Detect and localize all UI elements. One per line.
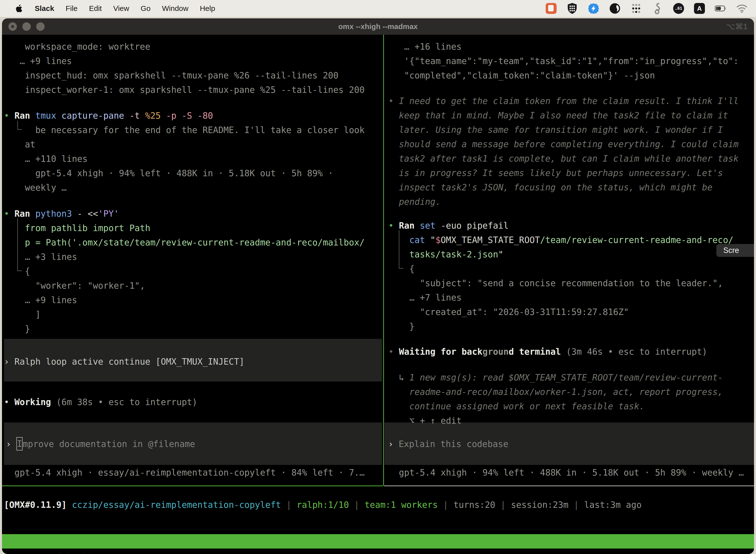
terminal-line: keep that in mind. Maybe I also need the… — [388, 108, 754, 123]
menu-window[interactable]: Window — [162, 4, 189, 13]
text-segment: Ran — [14, 111, 35, 121]
text-segment: at — [4, 140, 35, 150]
left-prompt-input[interactable]: › Improve documentation in @filename — [6, 437, 195, 451]
text-segment: "created_at": "2026-03-31T11:59:27.816Z" — [388, 307, 629, 317]
badge-61-icon[interactable]: ..61 — [673, 3, 684, 14]
text-segment: … +7 lines — [388, 293, 461, 302]
text-segment: • — [388, 96, 399, 106]
text-segment: | — [438, 500, 453, 510]
terminal-line: … +16 lines — [388, 40, 754, 54]
right-pane-bottom-border — [384, 486, 754, 486]
right-input-placeholder: Explain this codebase — [398, 439, 508, 449]
terminal-line: pending. — [388, 195, 754, 209]
terminal-line: tasks/task-2.json" — [388, 247, 754, 262]
terminal-line: • Working (6m 38s • esc to interrupt) — [4, 395, 383, 409]
terminal-line: inspect task2's JSON, focusing on the st… — [388, 180, 754, 195]
terminal-line: at — [4, 137, 383, 152]
text-segment: (3m 46s • esc to interrupt) — [566, 347, 707, 357]
menu-view[interactable]: View — [113, 4, 129, 13]
terminal-line: "worker": "worker-1", — [4, 278, 383, 293]
thinking-block: • I need to get the claim token from the… — [388, 94, 754, 209]
text-segment: • — [4, 209, 14, 219]
terminal-line: '{"team_name":"my-team","task_id":"1","f… — [388, 54, 754, 68]
text-segment: | — [495, 500, 511, 510]
terminal-line: … +9 lines — [4, 54, 383, 68]
menu-app-name[interactable]: Slack — [35, 4, 54, 13]
terminal-line: continue assigned work or next feasible … — [388, 399, 754, 413]
text-segment: (6m 38s • esc to interrupt) — [56, 397, 197, 407]
text-segment: … +110 lines — [4, 154, 87, 164]
left-session-status: gpt-5.4 xhigh · essay/ai-reimplementatio… — [4, 465, 383, 480]
terminal-line: { — [388, 262, 754, 276]
left-pane-bottom-border — [2, 486, 383, 486]
text-segment: • — [388, 347, 399, 357]
apple-menu-icon[interactable] — [16, 4, 23, 13]
wifi-icon[interactable] — [736, 3, 748, 14]
text-segment: session:23m — [511, 500, 568, 510]
text-segment: '{"team_name":"my-team","task_id":"1","f… — [388, 56, 739, 66]
output-connector — [399, 230, 403, 269]
input-source-icon[interactable]: A — [694, 3, 705, 14]
notes-app-icon[interactable] — [546, 3, 557, 14]
text-segment: | — [568, 500, 584, 510]
text-segment: -euo pipefail — [441, 221, 509, 231]
text-segment: " — [498, 250, 504, 259]
left-input-placeholder: mprove documentation in @filename — [22, 439, 195, 449]
terminal-line: … +3 lines — [4, 250, 383, 264]
text-segment: - << — [77, 209, 98, 219]
pane-divider[interactable] — [383, 35, 384, 486]
right-prompt-input[interactable]: › Explain this codebase — [388, 437, 508, 451]
text-segment: should send a message before completing … — [388, 139, 739, 149]
text-segment: Ran — [14, 209, 35, 219]
text-segment: • — [388, 221, 399, 231]
menu-help[interactable]: Help — [200, 4, 215, 13]
text-segment: " — [430, 235, 436, 245]
output-connector — [17, 218, 22, 271]
terminal-line: … +9 lines — [4, 293, 383, 307]
text-segment: Waiting for back — [399, 347, 483, 357]
right-pane[interactable]: … +16 lines '{"team_name":"my-team","tas… — [384, 35, 754, 486]
text-segment: … +9 lines — [4, 295, 77, 305]
text-segment: workspace_mode: worktree — [4, 42, 150, 52]
text-segment: tmux — [35, 111, 61, 121]
terminal-line: p = Path('.omx/state/team/review-current… — [4, 235, 383, 250]
text-segment: inspect task2's JSON, focusing on the st… — [388, 182, 712, 192]
text-segment: … +16 lines — [388, 42, 461, 52]
left-pane[interactable]: workspace_mode: worktree … +9 lines insp… — [2, 35, 383, 486]
terminal-line: be necessary for the end of the README. … — [4, 123, 383, 137]
text-segment: "worker": "worker-1", — [4, 281, 145, 291]
run-cat-block: • Ran set -euo pipefail cat "$OMX_TEAM_S… — [388, 218, 754, 334]
run-tmux-block: • Ran tmux capture-pane -t %25 -p -S -80… — [4, 108, 383, 195]
crescent-icon[interactable] — [609, 3, 621, 14]
terminal-line: weekly … — [4, 180, 383, 195]
text-segment: groun — [483, 347, 508, 357]
terminal-line: ↳ 1 new msg(s): read $OMX_TEAM_STATE_ROO… — [388, 370, 754, 385]
menu-edit[interactable]: Edit — [89, 4, 102, 13]
text-segment: gpt-5.4 xhigh · essay/ai-reimplementatio… — [4, 467, 365, 478]
terminal-line: • Waiting for background terminal (3m 46… — [388, 344, 754, 359]
text-segment: keep that in mind. Maybe I also need the… — [388, 110, 728, 120]
hook-icon[interactable] — [652, 3, 663, 14]
terminal-line: later. Using the same for transition mig… — [388, 123, 754, 137]
battery-icon[interactable] — [715, 3, 726, 14]
terminal-line: • Ran set -euo pipefail — [388, 218, 754, 233]
text-segment: python3 — [35, 209, 77, 219]
terminal-line: } — [4, 322, 383, 336]
text-segment: is in progress? It seems likely but perh… — [388, 168, 723, 178]
bolt-messenger-icon[interactable] — [588, 3, 599, 14]
text-cursor: I — [16, 437, 22, 450]
dots-grid-icon[interactable] — [630, 3, 642, 14]
text-segment: $ — [436, 235, 441, 245]
terminal-line: • Ran tmux capture-pane -t %25 -p -S -80 — [4, 108, 383, 123]
terminal-line: inspect_worker-1: omx sparkshell --tmux-… — [4, 82, 383, 97]
menu-go[interactable]: Go — [141, 4, 150, 13]
terminal-line: ⌥ + ↑ edit — [388, 413, 754, 428]
ralph-banner: › Ralph loop active continue [OMX_TMUX_I… — [4, 354, 383, 369]
window-title-bar: omx --xhigh --madmax ⌥⌘1 — [2, 18, 754, 35]
macos-menu-bar: Slack File Edit View Go Window Help ..61… — [0, 0, 756, 17]
terminal-line: from pathlib import Path — [4, 221, 383, 235]
grid-shield-icon[interactable] — [567, 3, 578, 14]
menu-file[interactable]: File — [65, 4, 77, 13]
terminal-line: should send a message before completing … — [388, 137, 754, 151]
text-segment: capture-pane — [62, 111, 129, 121]
